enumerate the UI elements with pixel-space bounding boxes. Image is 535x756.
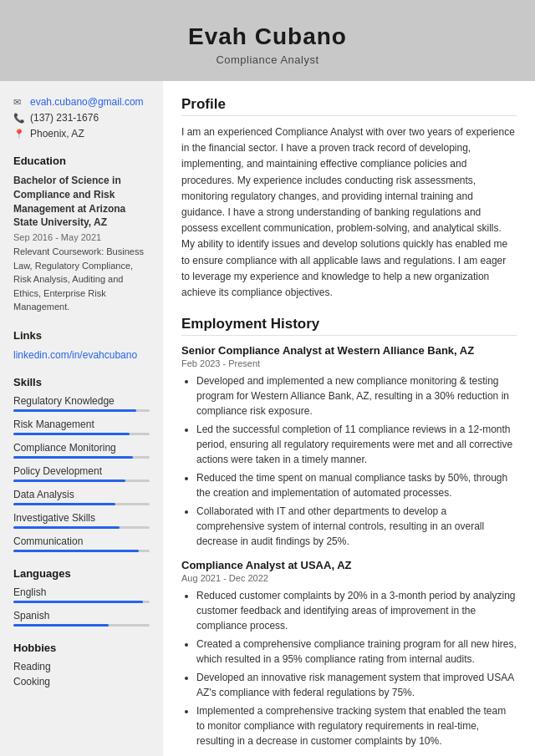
hobbies-section: Hobbies ReadingCooking [13,642,150,688]
skill-name: Risk Management [13,419,150,430]
skill-bar-fill [13,409,136,412]
education-section: Education Bachelor of Science in Complia… [13,155,150,314]
skill-name: Investigative Skills [13,512,150,524]
skills-section: Skills Regulatory Knowledge Risk Managem… [13,376,150,552]
job-date: Aug 2021 - Dec 2022 [181,573,517,583]
skill-bar-bg [13,503,150,505]
job-date: Feb 2023 - Present [181,358,517,368]
skill-bar-fill [13,433,130,435]
lang-bar-bg [13,624,150,627]
candidate-name: Evah Cubano [17,23,518,50]
skill-bar-bg [13,550,150,552]
candidate-title: Compliance Analyst [17,53,518,66]
languages-title: Languages [13,567,150,580]
profile-section-title: Profile [181,96,517,116]
languages-section: Languages English Spanish [13,567,150,627]
resume-header: Evah Cubano Compliance Analyst [0,0,535,81]
skill-name: Communication [13,535,150,547]
links-section: Links linkedin.com/in/evahcubano [13,329,150,361]
job-bullet: Collaborated with IT and other departmen… [196,504,517,549]
edu-coursework: Relevant Coursework: Business Law, Regul… [13,245,150,314]
skill-bar-bg [13,479,150,482]
phone-icon: 📞 [13,113,25,124]
contact-section: ✉ evah.cubano@gmail.com 📞 (137) 231-1676… [13,96,150,140]
job-entry: Senior Compliance Analyst at Western All… [181,344,517,549]
skill-bar-fill [13,479,125,482]
lang-name: Spanish [13,610,150,622]
lang-name: English [13,586,150,598]
lang-bar-fill [13,624,109,627]
email-link[interactable]: evah.cubano@gmail.com [30,96,144,108]
profile-text: I am an experienced Compliance Analyst w… [181,124,517,301]
email-item: ✉ evah.cubano@gmail.com [13,96,150,108]
job-bullet: Developed and implemented a new complian… [196,373,517,419]
skill-bar-bg [13,456,150,459]
edu-dates: Sep 2016 - May 2021 [13,232,150,242]
sidebar: ✉ evah.cubano@gmail.com 📞 (137) 231-1676… [0,81,163,756]
hobby-item: Reading [13,661,150,672]
skill-item: Regulatory Knowledge [13,395,150,412]
employment-section: Employment History Senior Compliance Ana… [181,316,517,748]
job-bullets: Developed and implemented a new complian… [181,373,517,549]
skill-name: Regulatory Knowledge [13,395,150,407]
skill-item: Policy Development [13,465,150,482]
lang-bar-bg [13,601,150,603]
edu-degree: Bachelor of Science in Compliance and Ri… [13,174,150,230]
skill-item: Investigative Skills [13,512,150,529]
skill-bar-fill [13,550,139,552]
phone-item: 📞 (137) 231-1676 [13,112,150,124]
lang-bar-fill [13,601,143,603]
skill-bar-fill [13,503,115,505]
skill-bar-bg [13,409,150,412]
links-title: Links [13,329,150,342]
location-icon: 📍 [13,129,25,140]
employment-section-title: Employment History [181,316,517,336]
education-title: Education [13,155,150,167]
profile-section: Profile I am an experienced Compliance A… [181,96,517,301]
job-bullet: Developed an innovative risk management … [196,670,517,700]
language-item: Spanish [13,610,150,627]
hobby-item: Cooking [13,676,150,688]
skill-bar-bg [13,526,150,529]
main-layout: ✉ evah.cubano@gmail.com 📞 (137) 231-1676… [0,81,535,756]
email-icon: ✉ [13,97,25,108]
skill-bar-fill [13,526,120,529]
coursework-label: Relevant Coursework: [13,246,104,256]
job-title: Senior Compliance Analyst at Western All… [181,344,517,357]
skill-item: Data Analysis [13,489,150,505]
job-bullet: Led the successful completion of 11 comp… [196,422,517,467]
job-bullets: Reduced customer complaints by 20% in a … [181,588,517,748]
skill-name: Policy Development [13,465,150,477]
job-bullet: Created a comprehensive compliance train… [196,637,517,667]
skill-item: Communication [13,535,150,552]
job-entry: Compliance Analyst at USAA, AZ Aug 2021 … [181,559,517,748]
job-title: Compliance Analyst at USAA, AZ [181,559,517,571]
job-bullet: Reduced customer complaints by 20% in a … [196,588,517,633]
job-bullet: Implemented a comprehensive tracking sys… [196,703,517,748]
skill-item: Compliance Monitoring [13,442,150,459]
skill-item: Risk Management [13,419,150,435]
hobbies-title: Hobbies [13,642,150,654]
skills-title: Skills [13,376,150,388]
phone-text: (137) 231-1676 [30,112,99,124]
skill-bar-bg [13,433,150,435]
skill-name: Data Analysis [13,489,150,500]
skill-name: Compliance Monitoring [13,442,150,454]
language-item: English [13,586,150,603]
location-item: 📍 Phoenix, AZ [13,128,150,140]
job-bullet: Reduced the time spent on manual complia… [196,470,517,500]
skill-bar-fill [13,456,133,459]
main-content: Profile I am an experienced Compliance A… [163,81,535,756]
linkedin-link[interactable]: linkedin.com/in/evahcubano [13,349,137,361]
location-text: Phoenix, AZ [30,128,84,140]
